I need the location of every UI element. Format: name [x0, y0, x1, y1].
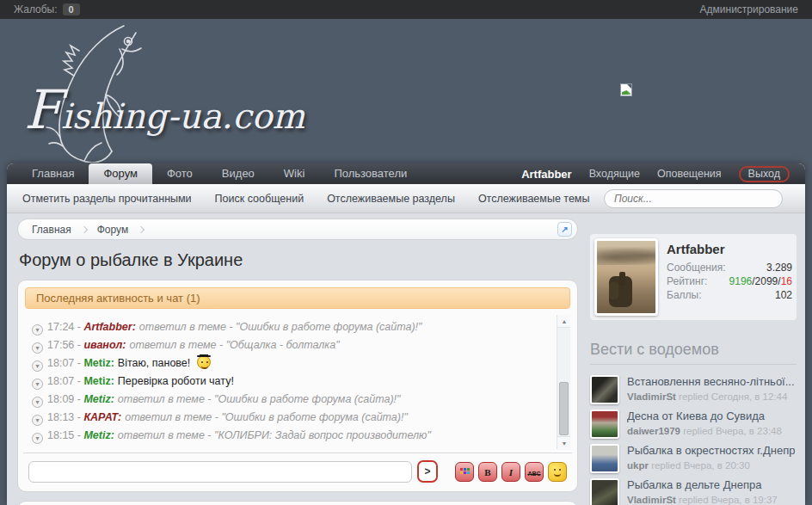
- expand-message-icon[interactable]: [32, 433, 43, 444]
- message-author-link[interactable]: Metiz: [83, 357, 110, 369]
- nav-tab[interactable]: Главная: [17, 163, 89, 184]
- strike-button[interactable]: ABC: [525, 462, 544, 482]
- chat-message: 18:09Metizответил в теме - "Ошибки в раб…: [32, 391, 550, 409]
- nav-tab[interactable]: Форум: [89, 163, 152, 184]
- chat-message: 18:07MetizВітаю, панове!: [32, 354, 550, 373]
- news-list-item[interactable]: Встановлення весняно-літньої... Vladimir…: [590, 375, 797, 404]
- current-user-link[interactable]: Artfabber: [521, 168, 572, 181]
- user-avatar[interactable]: [594, 238, 658, 316]
- message-text: Перевірка роботи чату!: [118, 375, 234, 387]
- topic-title-link[interactable]: Рыбалка в окрестностях г.Днепр: [627, 444, 795, 457]
- message-author-link[interactable]: Metiz: [83, 375, 110, 387]
- message-time: 17:56: [47, 339, 83, 351]
- chat-input-row: > B I ABC: [25, 460, 570, 484]
- message-text: ответил в теме - "КОЛИБРИ: Задай вопрос …: [118, 429, 431, 441]
- forum-subnav: Отметить разделы прочитанными Поиск сооб…: [7, 184, 805, 213]
- message-author-link[interactable]: Metiz: [83, 393, 110, 405]
- message-text: ответил в теме - "Ошибки в работе форума…: [125, 411, 408, 423]
- message-author-link[interactable]: КАРАТ: [83, 411, 118, 423]
- complaints-label: Жалобы:: [14, 3, 58, 15]
- topic-thumbnail: [590, 375, 619, 404]
- forum-page: Жалобы: 0 Администрирование Fishing-ua.c…: [0, 0, 812, 505]
- news-list-item[interactable]: Десна от Киева до Сувида daiwer1979 repl…: [590, 410, 797, 439]
- scroll-up-icon[interactable]: [557, 315, 570, 328]
- chat-message: 18:13КАРАТответил в теме - "Ошибки в раб…: [32, 409, 550, 427]
- topic-thumbnail: [590, 478, 619, 505]
- topic-thumbnail: [590, 410, 619, 439]
- chat-message-list: 17:24Artfabberответил в теме - "Ошибки в…: [25, 315, 570, 449]
- subnav-link[interactable]: Отслеживаемые разделы: [327, 193, 455, 205]
- message-time: 17:24: [47, 321, 83, 333]
- profile-username[interactable]: Artfabber: [667, 242, 792, 256]
- expand-message-icon[interactable]: [32, 324, 43, 336]
- site-logo-text[interactable]: Fishing-ua.com: [24, 83, 305, 144]
- italic-button[interactable]: I: [501, 462, 520, 482]
- complaints-count-badge[interactable]: 0: [63, 3, 80, 15]
- logout-button[interactable]: Выход: [739, 166, 790, 182]
- expand-message-icon[interactable]: [32, 397, 43, 408]
- scroll-down-icon[interactable]: [557, 436, 570, 449]
- next-forum-panel: [17, 501, 578, 505]
- message-author-link[interactable]: иванол: [83, 339, 122, 351]
- smiley-button[interactable]: [548, 462, 567, 482]
- chat-message: 17:56иванолответил в теме - "Общалка - б…: [32, 336, 550, 354]
- nav-tab[interactable]: Wiki: [269, 163, 320, 184]
- message-author-link[interactable]: Artfabber: [83, 321, 132, 333]
- nav-tabs: Главная Форум Фото Видео Wiki Пользовате…: [17, 163, 421, 184]
- news-list-item[interactable]: Рыбалка в дельте Днепра VladimirSt repli…: [590, 478, 797, 505]
- bold-button[interactable]: B: [478, 462, 497, 482]
- message-time: 18:09: [47, 393, 83, 405]
- scrollbar-thumb[interactable]: [559, 382, 569, 435]
- news-list-item[interactable]: Рыбалка в окрестностях г.Днепр ukpr repl…: [590, 444, 797, 473]
- main-wrapper: Главная Форум Фото Видео Wiki Пользовате…: [7, 163, 805, 505]
- search-input[interactable]: [604, 189, 783, 208]
- topic-last-reply: daiwer1979 replied Вчера, в 23:48: [627, 426, 782, 436]
- breadcrumb-link[interactable]: Форум: [97, 224, 128, 236]
- topic-title-link[interactable]: Десна от Киева до Сувида: [627, 410, 782, 422]
- inbox-link[interactable]: Входящие: [589, 168, 640, 180]
- subnav-link[interactable]: Отслеживаемые темы: [478, 193, 590, 205]
- expand-message-icon[interactable]: [32, 415, 43, 426]
- expand-message-icon[interactable]: [32, 379, 43, 390]
- nav-tab[interactable]: Видео: [207, 163, 269, 184]
- message-text: Вітаю, панове!: [118, 357, 190, 369]
- expand-message-icon[interactable]: [32, 342, 43, 354]
- chat-message: 17:24Artfabberответил в теме - "Ошибки в…: [32, 318, 550, 336]
- topic-last-reply: VladimirSt replied Вчера, в 19:37: [627, 495, 778, 505]
- topic-last-reply: VladimirSt replied Сегодня, в 12:44: [627, 391, 787, 402]
- chevron-right-icon: [80, 225, 87, 232]
- chevron-right-icon: [138, 225, 145, 232]
- message-time: 18:15: [47, 429, 83, 441]
- nav-tab[interactable]: Пользователи: [319, 163, 421, 184]
- topic-last-reply: ukpr replied Вчера, в 20:30: [627, 460, 750, 471]
- subnav-link[interactable]: Поиск сообщений: [215, 193, 304, 205]
- message-author-link[interactable]: Metiz: [83, 429, 110, 441]
- divider: [23, 453, 572, 453]
- alerts-link[interactable]: Оповещения: [657, 168, 722, 180]
- points-stat: Баллы: 102: [667, 288, 792, 302]
- administration-link[interactable]: Администрирование: [700, 3, 798, 15]
- message-text: ответил в теме - "Ошибки в работе форума…: [139, 321, 422, 333]
- color-palette-button[interactable]: [455, 462, 474, 482]
- send-chat-button[interactable]: >: [417, 460, 438, 483]
- primary-navbar: Главная Форум Фото Видео Wiki Пользовате…: [7, 163, 805, 184]
- chat-message: 18:07MetizПеревірка роботи чату!: [32, 373, 550, 391]
- breadcrumb: Главная Форум: [17, 219, 578, 240]
- topic-title-link[interactable]: Встановлення весняно-літньої...: [627, 375, 795, 388]
- rating-stat: Рейтинг: 9196209916: [667, 274, 792, 288]
- chat-panel-header[interactable]: Последняя активность и чат (1): [25, 287, 570, 309]
- user-profile-card: Artfabber Сообщения: 3.289 Рейтинг: 9196…: [590, 234, 797, 320]
- chat-scrollbar[interactable]: [557, 315, 570, 449]
- breadcrumb-link[interactable]: Главная: [32, 224, 71, 236]
- waterbody-news-list: Встановлення весняно-літньої... Vladimir…: [590, 375, 797, 505]
- chat-message-input[interactable]: [28, 461, 412, 483]
- expand-message-icon[interactable]: [32, 360, 43, 372]
- chat-format-toolbar: B I ABC: [455, 462, 567, 482]
- subnav-link[interactable]: Отметить разделы прочитанными: [22, 193, 192, 205]
- open-in-new-icon[interactable]: [557, 222, 572, 237]
- admin-topbar: Жалобы: 0 Администрирование: [0, 0, 812, 19]
- nav-tab[interactable]: Фото: [152, 163, 207, 184]
- topic-title-link[interactable]: Рыбалка в дельте Днепра: [627, 478, 778, 491]
- message-time: 18:13: [47, 411, 83, 423]
- main-column: Главная Форум Форум о рыбалке в Украине …: [17, 213, 578, 505]
